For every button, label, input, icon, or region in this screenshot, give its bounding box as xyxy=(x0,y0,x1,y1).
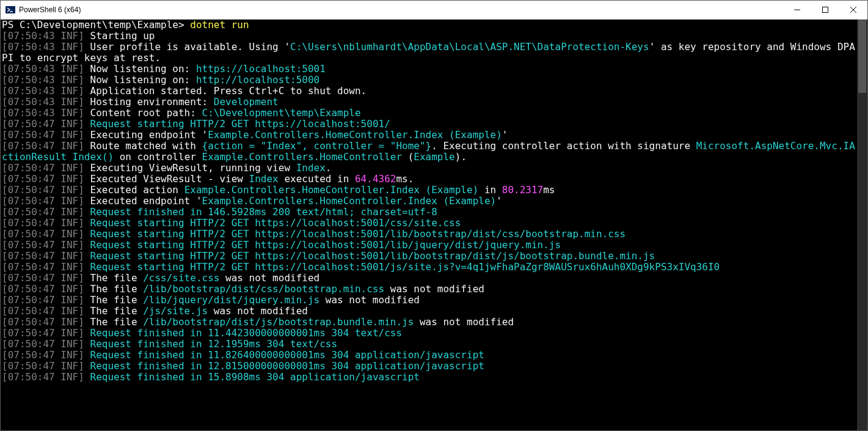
log-segment: was not modified xyxy=(208,305,308,317)
log-segment: ( xyxy=(402,151,414,163)
scrollbar[interactable] xyxy=(857,20,867,430)
log-segment: Route matched with xyxy=(84,140,202,152)
log-line: [07:50:47 INF] Request finished in 15.89… xyxy=(2,372,856,383)
log-segment: [07:50:43 INF] xyxy=(2,63,84,75)
log-segment: [07:50:47 INF] xyxy=(2,338,84,350)
prompt-line: PS C:\Development\temp\Example> dotnet r… xyxy=(2,20,856,31)
log-segment xyxy=(84,250,90,262)
log-line: [07:50:43 INF] Hosting environment: Deve… xyxy=(2,97,856,108)
log-segment xyxy=(84,349,90,361)
log-segment: [07:50:47 INF] xyxy=(2,283,84,295)
log-segment: Development xyxy=(214,96,279,108)
prompt-ps: PS xyxy=(2,20,20,31)
log-segment: [07:50:47 INF] xyxy=(2,195,84,207)
log-segment: . xyxy=(326,162,332,174)
log-segment: The file xyxy=(84,316,143,328)
log-segment: https://localhost:5001 xyxy=(196,63,326,75)
log-segment: [07:50:47 INF] xyxy=(2,250,84,262)
log-line: [07:50:47 INF] Executed action Example.C… xyxy=(2,185,856,196)
log-segment: Index xyxy=(249,173,279,185)
log-segment: [07:50:47 INF] xyxy=(2,360,84,372)
log-segment xyxy=(84,327,90,339)
log-segment: http://localhost:5000 xyxy=(196,74,319,86)
log-segment: Request starting HTTP/2 GET https://loca… xyxy=(90,118,390,130)
prompt-command: dotnet run xyxy=(190,20,249,31)
titlebar[interactable]: PowerShell 6 (x64) xyxy=(1,1,867,20)
log-segment: [07:50:47 INF] xyxy=(2,162,84,174)
log-segment: Example.Controllers.HomeController.Index… xyxy=(202,195,497,207)
log-line: [07:50:47 INF] Executing endpoint 'Examp… xyxy=(2,130,856,141)
minimize-button[interactable] xyxy=(783,1,811,19)
log-segment: [07:50:47 INF] xyxy=(2,129,84,141)
log-segment: Example.Controllers.HomeController.Index… xyxy=(208,129,502,141)
log-segment xyxy=(84,118,90,130)
svg-rect-1 xyxy=(823,7,828,13)
log-line: [07:50:47 INF] Request finished in 11.44… xyxy=(2,328,856,339)
log-segment: ms. xyxy=(396,173,414,185)
log-line: [07:50:43 INF] Content root path: C:\Dev… xyxy=(2,108,856,119)
log-segment: Request starting HTTP/2 GET https://loca… xyxy=(90,228,626,240)
log-segment: Request finished in 11.442300000000001ms… xyxy=(90,327,403,339)
log-line: [07:50:47 INF] The file /lib/bootstrap/d… xyxy=(2,284,856,295)
log-segment: Request starting HTTP/2 GET https://loca… xyxy=(90,261,720,273)
log-segment: /css/site.css xyxy=(143,272,219,284)
log-segment: Request starting HTTP/2 GET https://loca… xyxy=(90,250,655,262)
log-segment: [07:50:43 INF] xyxy=(2,96,84,108)
log-line: [07:50:47 INF] Request starting HTTP/2 G… xyxy=(2,240,856,251)
log-segment: /lib/bootstrap/dist/js/bootstrap.bundle.… xyxy=(143,316,414,328)
log-segment: Request finished in 11.826400000000001ms… xyxy=(90,349,484,361)
log-segment: Now listening on: xyxy=(84,74,196,86)
log-segment: [07:50:47 INF] xyxy=(2,206,84,218)
log-line: [07:50:47 INF] Request finished in 11.82… xyxy=(2,350,856,361)
log-segment: [07:50:47 INF] xyxy=(2,228,84,240)
log-line: [07:50:43 INF] Now listening on: http://… xyxy=(2,75,856,86)
log-segment: Executing ViewResult, running view xyxy=(84,162,296,174)
log-segment: ' xyxy=(502,129,508,141)
log-segment: [07:50:47 INF] xyxy=(2,118,84,130)
log-segment: Request finished in 12.815000000000001ms… xyxy=(90,360,484,372)
log-line: [07:50:47 INF] The file /js/site.js was … xyxy=(2,306,856,317)
log-segment: [07:50:47 INF] xyxy=(2,239,84,251)
scroll-thumb[interactable] xyxy=(858,20,866,93)
log-segment: was not modified xyxy=(219,272,319,284)
log-segment xyxy=(84,206,90,218)
log-segment: /lib/jquery/dist/jquery.min.js xyxy=(143,294,319,306)
log-segment: {action = "Index", controller = "Home"} xyxy=(202,140,432,152)
log-segment: [07:50:47 INF] xyxy=(2,272,84,284)
log-segment: Hosting environment: xyxy=(84,96,214,108)
log-line: [07:50:47 INF] Executed ViewResult - vie… xyxy=(2,174,856,185)
log-segment: Executed action xyxy=(84,184,184,196)
window-controls xyxy=(783,1,867,19)
log-segment: Request finished in 15.8908ms 304 applic… xyxy=(90,371,420,383)
log-segment: C:\Development\temp\Example xyxy=(202,107,361,119)
log-segment: executed in xyxy=(279,173,355,185)
log-segment: Executing endpoint ' xyxy=(84,129,208,141)
log-line: [07:50:47 INF] Request starting HTTP/2 G… xyxy=(2,119,856,130)
log-segment: Request finished in 146.5928ms 200 text/… xyxy=(90,206,437,218)
log-segment: [07:50:47 INF] xyxy=(2,184,84,196)
maximize-button[interactable] xyxy=(811,1,839,19)
log-segment xyxy=(84,360,90,372)
log-segment xyxy=(84,261,90,273)
log-segment: [07:50:47 INF] xyxy=(2,371,84,383)
log-line: [07:50:47 INF] The file /lib/bootstrap/d… xyxy=(2,317,856,328)
terminal-area[interactable]: PS C:\Development\temp\Example> dotnet r… xyxy=(1,20,867,430)
log-segment: /lib/bootstrap/dist/css/bootstrap.min.cs… xyxy=(143,283,384,295)
log-line: [07:50:47 INF] Request starting HTTP/2 G… xyxy=(2,218,856,229)
terminal-output[interactable]: PS C:\Development\temp\Example> dotnet r… xyxy=(1,20,857,430)
log-segment: Example xyxy=(414,151,454,163)
log-segment: Example.Controllers.HomeController.Index… xyxy=(184,184,479,196)
log-segment: User profile is available. Using ' xyxy=(84,41,290,53)
log-segment xyxy=(84,371,90,383)
log-segment: 80.2317 xyxy=(502,184,543,196)
log-segment: [07:50:47 INF] xyxy=(2,217,84,229)
log-segment: [07:50:47 INF] xyxy=(2,327,84,339)
log-segment: on controller xyxy=(114,151,202,163)
log-segment: [07:50:43 INF] xyxy=(2,41,84,53)
close-button[interactable] xyxy=(839,1,867,19)
log-segment: Index xyxy=(296,162,326,174)
log-segment: [07:50:47 INF] xyxy=(2,316,84,328)
log-segment: The file xyxy=(84,283,143,295)
log-segment: [07:50:43 INF] xyxy=(2,107,84,119)
log-segment: was not modified xyxy=(384,283,484,295)
